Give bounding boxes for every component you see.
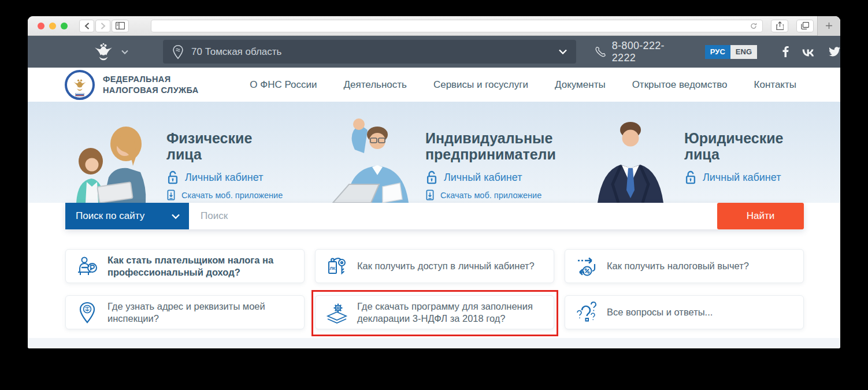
svg-text:ЛК: ЛК — [330, 266, 336, 271]
photo-businessman — [581, 115, 680, 203]
mobile-app-link-label: Скачать моб. приложение — [181, 191, 283, 200]
show-tabs-button[interactable] — [796, 20, 814, 32]
main-menu: О ФНС России Деятельность Сервисы и госу… — [250, 79, 796, 91]
lock-icon — [425, 170, 438, 184]
brand-name: ФЕДЕРАЛЬНАЯ НАЛОГОВАЯ СЛУЖБА — [103, 74, 199, 95]
cabinet-link-label: Личный кабинет — [444, 172, 522, 184]
hero-section: Физические лица Личный кабинет Скачать м… — [28, 102, 840, 203]
russia-eagle-icon — [92, 42, 114, 62]
browser-titlebar — [28, 16, 840, 36]
search-scope-select[interactable]: Поиск по сайту — [65, 203, 189, 229]
lock-icon — [166, 170, 179, 184]
faq-card-tax-deduction[interactable]: Как получить налоговый вычет? — [565, 249, 804, 283]
faq-card-cabinet-access[interactable]: ЛК Как получить доступ в личный кабинет? — [315, 249, 554, 283]
mobile-phone-icon — [166, 190, 176, 200]
forward-button[interactable] — [95, 20, 110, 32]
location-pin-icon — [172, 44, 184, 60]
share-button[interactable] — [771, 20, 788, 32]
menu-item-activity[interactable]: Деятельность — [343, 79, 406, 91]
lang-eng-button[interactable]: ENG — [730, 45, 757, 59]
window-controls — [38, 23, 68, 29]
cabinet-link-label: Личный кабинет — [185, 172, 263, 184]
minimize-window-button[interactable] — [49, 23, 56, 29]
back-icon — [84, 23, 90, 29]
faq-card-text: Как получить доступ в личный кабинет? — [357, 260, 535, 272]
social-links — [782, 46, 840, 57]
maximize-window-button[interactable] — [61, 23, 68, 29]
sidebar-icon — [116, 22, 125, 29]
search-input[interactable] — [189, 203, 717, 229]
facebook-icon[interactable] — [782, 46, 789, 57]
twitter-icon[interactable] — [829, 47, 840, 57]
language-toggle: РУС ENG — [705, 45, 757, 59]
region-selector[interactable]: 70 Томская область — [163, 40, 576, 64]
lock-icon — [684, 170, 697, 184]
photo-mother-and-child — [64, 115, 162, 203]
phone-icon — [595, 46, 606, 58]
new-tab-icon — [825, 22, 833, 29]
mobile-phone-icon — [425, 190, 435, 200]
self-employed-icon — [76, 255, 99, 278]
chevron-down-icon — [121, 50, 128, 54]
tabs-icon — [801, 22, 809, 29]
lang-rus-button[interactable]: РУС — [705, 45, 730, 59]
faq-card-text: Где скачать программу для заполнения дек… — [357, 300, 544, 324]
hero-title-individuals: Физические лица — [166, 131, 322, 162]
main-navbar: ФЕДЕРАЛЬНАЯ НАЛОГОВАЯ СЛУЖБА О ФНС Росси… — [28, 68, 840, 102]
page-bottom-strip — [28, 338, 840, 348]
hero-individuals: Физические лица Личный кабинет Скачать м… — [64, 102, 322, 203]
map-pin-icon — [76, 301, 99, 324]
faq-card-inspection-address[interactable]: Где узнать адрес и реквизиты моей инспек… — [65, 295, 305, 329]
mobile-app-link-label: Скачать моб. приложение — [440, 191, 541, 200]
menu-item-open-agency[interactable]: Открытое ведомство — [632, 79, 728, 91]
faq-card-professional-income[interactable]: Как стать плательщиком налога на професс… — [65, 249, 305, 283]
fns-brand[interactable]: ФЕДЕРАЛЬНАЯ НАЛОГОВАЯ СЛУЖБА — [65, 70, 199, 100]
cabinet-link-entrepreneurs[interactable]: Личный кабинет — [425, 170, 581, 184]
mobile-app-link-entrepreneurs[interactable]: Скачать моб. приложение — [425, 190, 581, 200]
menu-item-about[interactable]: О ФНС России — [250, 79, 317, 91]
mobile-app-link-individuals[interactable]: Скачать моб. приложение — [166, 190, 322, 200]
key-lk-icon: ЛК — [325, 255, 348, 278]
faq-cards: Как стать плательщиком налога на професс… — [65, 249, 804, 329]
faq-card-text: Где узнать адрес и реквизиты моей инспек… — [107, 300, 295, 324]
faq-card-text: Как получить налоговый вычет? — [607, 260, 749, 272]
faq-card-text: Все вопросы и ответы... — [607, 306, 713, 318]
back-button[interactable] — [79, 20, 94, 32]
address-bar[interactable] — [151, 20, 763, 32]
phone-block: 8-800-222-2222 — [595, 40, 688, 64]
gear-layers-icon — [325, 301, 348, 324]
sidebar-toggle-button[interactable] — [112, 20, 129, 32]
photo-entrepreneur-man — [322, 115, 421, 203]
menu-item-documents[interactable]: Документы — [555, 79, 606, 91]
vk-icon[interactable] — [801, 47, 817, 57]
chevron-down-icon — [172, 214, 180, 219]
reload-icon[interactable] — [750, 22, 758, 30]
region-selector-value: 70 Томская область — [191, 46, 559, 58]
government-emblem-menu[interactable] — [92, 42, 128, 62]
close-window-button[interactable] — [38, 23, 44, 29]
search-submit-button[interactable]: Найти — [717, 203, 804, 229]
fns-logo-icon — [65, 70, 95, 100]
browser-window: 70 Томская область 8-800-222-2222 РУС EN… — [28, 16, 840, 348]
faq-card-text: Как стать плательщиком налога на професс… — [107, 254, 295, 278]
phone-number[interactable]: 8-800-222-2222 — [612, 40, 688, 64]
search-scope-value: Поиск по сайту — [76, 210, 172, 222]
site-search: Поиск по сайту Найти — [65, 203, 804, 229]
hero-entrepreneurs: Индивидуальные предприниматели Личный ка… — [322, 102, 581, 203]
cabinet-link-legal-entities[interactable]: Личный кабинет — [684, 170, 840, 184]
menu-item-services[interactable]: Сервисы и госуслуги — [433, 79, 528, 91]
cabinet-link-individuals[interactable]: Личный кабинет — [166, 170, 322, 184]
questions-icon — [575, 301, 598, 324]
faq-card-3ndfl-program[interactable]: Где скачать программу для заполнения дек… — [315, 295, 554, 329]
share-icon — [776, 21, 784, 30]
forward-icon — [101, 23, 106, 29]
site-topbar: 70 Томская область 8-800-222-2222 РУС EN… — [28, 36, 840, 68]
hero-title-legal-entities: Юридические лица — [684, 131, 840, 162]
new-tab-button[interactable] — [817, 16, 840, 36]
russia-flag — [75, 93, 84, 97]
hero-title-entrepreneurs: Индивидуальные предприниматели — [425, 131, 581, 162]
refund-percent-icon — [575, 255, 598, 278]
faq-card-all-questions[interactable]: Все вопросы и ответы... — [565, 295, 804, 329]
menu-item-contacts[interactable]: Контакты — [754, 79, 796, 91]
chevron-down-icon — [559, 49, 567, 54]
